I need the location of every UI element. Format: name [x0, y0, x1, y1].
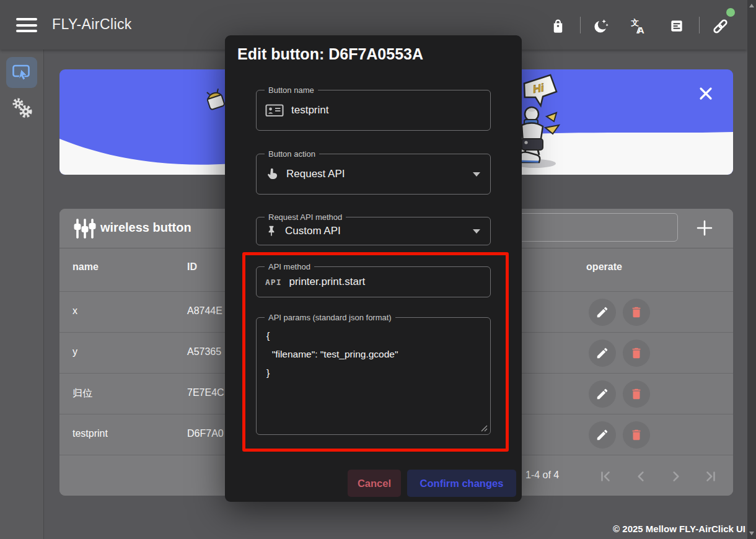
resize-handle-icon[interactable]: [480, 424, 488, 432]
close-icon: [697, 84, 715, 103]
toolbar-divider: [699, 17, 700, 33]
edit-button-dialog: Edit button: D6F7A0553A Button name Butt…: [225, 35, 522, 502]
cell-id: A8744E: [187, 305, 222, 317]
cell-id: A57365: [187, 346, 221, 357]
pushpin-icon: [265, 224, 278, 239]
button-name-input[interactable]: [291, 104, 481, 116]
cell-name: x: [73, 305, 77, 317]
api-params-field: API params (standard json format) { "fil…: [256, 317, 491, 435]
button-action-select[interactable]: Button action Request API: [256, 154, 491, 195]
toolbar-divider: [580, 17, 581, 33]
left-nav-rail: [0, 50, 44, 539]
delete-button[interactable]: [623, 421, 650, 449]
api-method-field[interactable]: API method API: [256, 266, 491, 297]
page-scrollbar[interactable]: [747, 0, 756, 539]
translate-icon[interactable]: 文 A: [628, 16, 648, 36]
button-name-field[interactable]: Button name: [256, 90, 491, 131]
api-icon: API: [265, 278, 281, 287]
confirm-changes-button[interactable]: Confirm changes: [407, 470, 516, 497]
cell-name: y: [73, 346, 77, 357]
request-api-method-select[interactable]: Request API method Custom API: [256, 217, 491, 245]
trash-icon: [630, 305, 643, 319]
chevron-down-icon: [473, 229, 480, 234]
dark-mode-moon-icon[interactable]: [591, 16, 611, 36]
delete-button[interactable]: [623, 299, 650, 326]
nav-item-remote-touch[interactable]: [6, 57, 37, 88]
cell-name: 归位: [73, 387, 92, 400]
trash-icon: [630, 387, 643, 401]
pencil-icon: [596, 387, 609, 401]
edit-button[interactable]: [589, 340, 616, 367]
pencil-icon: [596, 428, 609, 442]
plus-icon: [696, 219, 713, 237]
connection-link-icon[interactable]: [710, 16, 730, 36]
field-label: Request API method: [265, 212, 346, 222]
shop-bag-icon[interactable]: [548, 16, 568, 36]
pencil-icon: [596, 346, 609, 360]
cell-id: 7E7E4C: [187, 387, 224, 398]
gears-icon: [11, 96, 34, 121]
prev-page-icon[interactable]: [634, 470, 648, 483]
badge-icon: [265, 103, 284, 118]
last-page-icon[interactable]: [704, 470, 718, 483]
scroll-down-icon[interactable]: [749, 532, 754, 535]
first-page-icon[interactable]: [599, 470, 612, 483]
chevron-down-icon: [473, 172, 480, 177]
col-header-id: ID: [187, 261, 197, 273]
edit-button[interactable]: [589, 299, 616, 326]
copyright-footer: © 2025 Mellow FLY-AirClick UI: [613, 524, 745, 534]
cell-name: testprint: [73, 428, 108, 439]
col-header-name: name: [73, 261, 99, 273]
delete-button[interactable]: [623, 340, 650, 367]
field-label: API params (standard json format): [265, 312, 395, 323]
field-label: Button name: [265, 85, 318, 95]
api-params-textarea[interactable]: { "filename": "test_pring.gcode" }: [257, 318, 490, 434]
app-screen: FLY-AirClick 文 A: [0, 0, 756, 539]
scroll-up-icon[interactable]: [749, 4, 754, 7]
add-button[interactable]: [692, 215, 718, 241]
next-page-icon[interactable]: [669, 470, 683, 483]
connection-status-dot: [726, 8, 735, 17]
menu-icon[interactable]: [16, 18, 37, 32]
cancel-button[interactable]: Cancel: [348, 470, 401, 497]
dialog-title: Edit button: D6F7A0553A: [237, 45, 423, 63]
col-header-operate: operate: [584, 261, 625, 273]
button-action-value: Request API: [286, 168, 345, 180]
pagination-range: 1-4 of 4: [525, 470, 559, 481]
trash-icon: [630, 346, 643, 360]
card-title: wireless button: [100, 221, 191, 235]
edit-button[interactable]: [589, 380, 616, 408]
trash-icon: [630, 428, 643, 442]
tune-icon: [73, 218, 97, 239]
pointer-hand-icon: [265, 167, 279, 182]
nav-item-settings[interactable]: [10, 95, 35, 121]
request-api-method-value: Custom API: [285, 225, 341, 237]
delete-button[interactable]: [623, 380, 650, 408]
edit-button[interactable]: [589, 421, 616, 449]
field-label: API method: [265, 261, 314, 272]
docs-article-icon[interactable]: [667, 16, 687, 36]
field-label: Button action: [265, 149, 319, 159]
pencil-icon: [596, 305, 609, 319]
touch-screen-icon: [11, 63, 32, 82]
banner-close-button[interactable]: [697, 84, 715, 103]
cell-id: D6F7A0: [187, 428, 224, 439]
app-title: FLY-AirClick: [52, 16, 132, 33]
api-method-input[interactable]: [289, 276, 481, 288]
